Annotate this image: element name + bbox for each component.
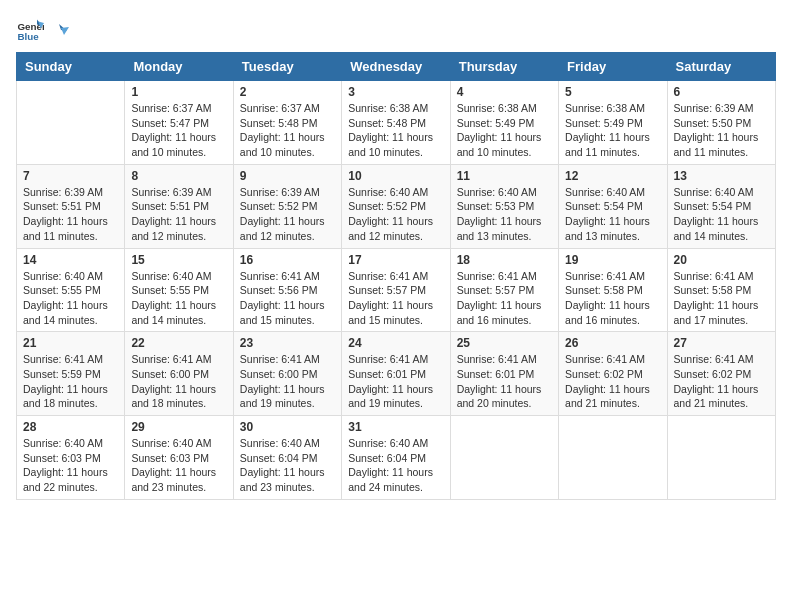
- calendar-cell: 12 Sunrise: 6:40 AM Sunset: 5:54 PM Dayl…: [559, 164, 667, 248]
- calendar-week-row: 7 Sunrise: 6:39 AM Sunset: 5:51 PM Dayli…: [17, 164, 776, 248]
- day-info: Sunrise: 6:41 AM Sunset: 5:57 PM Dayligh…: [348, 269, 443, 328]
- sunrise-text: Sunrise: 6:37 AM: [240, 101, 335, 116]
- sunrise-text: Sunrise: 6:38 AM: [457, 101, 552, 116]
- sunset-text: Sunset: 6:00 PM: [131, 367, 226, 382]
- day-number: 2: [240, 85, 335, 99]
- day-number: 6: [674, 85, 769, 99]
- day-number: 13: [674, 169, 769, 183]
- day-number: 12: [565, 169, 660, 183]
- daylight-text: Daylight: 11 hours and 14 minutes.: [674, 214, 769, 243]
- calendar-cell: 24 Sunrise: 6:41 AM Sunset: 6:01 PM Dayl…: [342, 332, 450, 416]
- sunrise-text: Sunrise: 6:41 AM: [240, 269, 335, 284]
- day-info: Sunrise: 6:39 AM Sunset: 5:52 PM Dayligh…: [240, 185, 335, 244]
- logo-icon: General Blue: [16, 16, 44, 44]
- sunrise-text: Sunrise: 6:40 AM: [565, 185, 660, 200]
- calendar-cell: [450, 416, 558, 500]
- daylight-text: Daylight: 11 hours and 19 minutes.: [240, 382, 335, 411]
- calendar-cell: 10 Sunrise: 6:40 AM Sunset: 5:52 PM Dayl…: [342, 164, 450, 248]
- day-number: 24: [348, 336, 443, 350]
- sunset-text: Sunset: 5:57 PM: [457, 283, 552, 298]
- daylight-text: Daylight: 11 hours and 18 minutes.: [131, 382, 226, 411]
- calendar-cell: [17, 81, 125, 165]
- day-info: Sunrise: 6:41 AM Sunset: 6:00 PM Dayligh…: [240, 352, 335, 411]
- day-info: Sunrise: 6:39 AM Sunset: 5:50 PM Dayligh…: [674, 101, 769, 160]
- sunrise-text: Sunrise: 6:40 AM: [131, 436, 226, 451]
- sunrise-text: Sunrise: 6:40 AM: [23, 269, 118, 284]
- daylight-text: Daylight: 11 hours and 10 minutes.: [131, 130, 226, 159]
- daylight-text: Daylight: 11 hours and 10 minutes.: [457, 130, 552, 159]
- calendar-cell: 16 Sunrise: 6:41 AM Sunset: 5:56 PM Dayl…: [233, 248, 341, 332]
- day-info: Sunrise: 6:40 AM Sunset: 5:55 PM Dayligh…: [23, 269, 118, 328]
- sunrise-text: Sunrise: 6:41 AM: [457, 269, 552, 284]
- svg-text:Blue: Blue: [17, 31, 39, 42]
- day-number: 26: [565, 336, 660, 350]
- day-info: Sunrise: 6:41 AM Sunset: 5:58 PM Dayligh…: [674, 269, 769, 328]
- day-info: Sunrise: 6:40 AM Sunset: 5:54 PM Dayligh…: [565, 185, 660, 244]
- sunrise-text: Sunrise: 6:38 AM: [565, 101, 660, 116]
- day-info: Sunrise: 6:39 AM Sunset: 5:51 PM Dayligh…: [23, 185, 118, 244]
- day-info: Sunrise: 6:41 AM Sunset: 5:58 PM Dayligh…: [565, 269, 660, 328]
- daylight-text: Daylight: 11 hours and 17 minutes.: [674, 298, 769, 327]
- daylight-text: Daylight: 11 hours and 11 minutes.: [23, 214, 118, 243]
- daylight-text: Daylight: 11 hours and 18 minutes.: [23, 382, 118, 411]
- calendar-cell: 30 Sunrise: 6:40 AM Sunset: 6:04 PM Dayl…: [233, 416, 341, 500]
- sunset-text: Sunset: 5:49 PM: [565, 116, 660, 131]
- day-header-saturday: Saturday: [667, 53, 775, 81]
- day-info: Sunrise: 6:40 AM Sunset: 6:03 PM Dayligh…: [23, 436, 118, 495]
- calendar-cell: 5 Sunrise: 6:38 AM Sunset: 5:49 PM Dayli…: [559, 81, 667, 165]
- daylight-text: Daylight: 11 hours and 14 minutes.: [23, 298, 118, 327]
- daylight-text: Daylight: 11 hours and 15 minutes.: [348, 298, 443, 327]
- day-number: 30: [240, 420, 335, 434]
- sunset-text: Sunset: 6:04 PM: [348, 451, 443, 466]
- sunrise-text: Sunrise: 6:39 AM: [240, 185, 335, 200]
- calendar-cell: 3 Sunrise: 6:38 AM Sunset: 5:48 PM Dayli…: [342, 81, 450, 165]
- day-header-thursday: Thursday: [450, 53, 558, 81]
- sunset-text: Sunset: 5:48 PM: [240, 116, 335, 131]
- calendar-cell: 29 Sunrise: 6:40 AM Sunset: 6:03 PM Dayl…: [125, 416, 233, 500]
- sunset-text: Sunset: 5:54 PM: [565, 199, 660, 214]
- day-info: Sunrise: 6:39 AM Sunset: 5:51 PM Dayligh…: [131, 185, 226, 244]
- day-info: Sunrise: 6:41 AM Sunset: 6:02 PM Dayligh…: [674, 352, 769, 411]
- calendar-cell: [559, 416, 667, 500]
- calendar-cell: 27 Sunrise: 6:41 AM Sunset: 6:02 PM Dayl…: [667, 332, 775, 416]
- calendar-cell: 11 Sunrise: 6:40 AM Sunset: 5:53 PM Dayl…: [450, 164, 558, 248]
- daylight-text: Daylight: 11 hours and 16 minutes.: [565, 298, 660, 327]
- daylight-text: Daylight: 11 hours and 15 minutes.: [240, 298, 335, 327]
- sunset-text: Sunset: 6:03 PM: [131, 451, 226, 466]
- day-number: 7: [23, 169, 118, 183]
- sunrise-text: Sunrise: 6:41 AM: [348, 352, 443, 367]
- day-number: 27: [674, 336, 769, 350]
- day-number: 22: [131, 336, 226, 350]
- day-info: Sunrise: 6:40 AM Sunset: 6:04 PM Dayligh…: [240, 436, 335, 495]
- sunrise-text: Sunrise: 6:38 AM: [348, 101, 443, 116]
- calendar-cell: 18 Sunrise: 6:41 AM Sunset: 5:57 PM Dayl…: [450, 248, 558, 332]
- calendar-cell: [667, 416, 775, 500]
- day-info: Sunrise: 6:37 AM Sunset: 5:48 PM Dayligh…: [240, 101, 335, 160]
- sunset-text: Sunset: 6:04 PM: [240, 451, 335, 466]
- sunrise-text: Sunrise: 6:41 AM: [565, 352, 660, 367]
- daylight-text: Daylight: 11 hours and 22 minutes.: [23, 465, 118, 494]
- daylight-text: Daylight: 11 hours and 10 minutes.: [348, 130, 443, 159]
- sunrise-text: Sunrise: 6:39 AM: [131, 185, 226, 200]
- sunrise-text: Sunrise: 6:39 AM: [674, 101, 769, 116]
- day-header-monday: Monday: [125, 53, 233, 81]
- day-info: Sunrise: 6:40 AM Sunset: 5:55 PM Dayligh…: [131, 269, 226, 328]
- sunrise-text: Sunrise: 6:40 AM: [348, 185, 443, 200]
- daylight-text: Daylight: 11 hours and 12 minutes.: [131, 214, 226, 243]
- logo-wordmark: [46, 21, 70, 39]
- day-info: Sunrise: 6:41 AM Sunset: 6:00 PM Dayligh…: [131, 352, 226, 411]
- day-info: Sunrise: 6:41 AM Sunset: 5:59 PM Dayligh…: [23, 352, 118, 411]
- sunset-text: Sunset: 5:52 PM: [240, 199, 335, 214]
- day-info: Sunrise: 6:38 AM Sunset: 5:49 PM Dayligh…: [565, 101, 660, 160]
- daylight-text: Daylight: 11 hours and 13 minutes.: [565, 214, 660, 243]
- daylight-text: Daylight: 11 hours and 13 minutes.: [457, 214, 552, 243]
- day-number: 31: [348, 420, 443, 434]
- sunset-text: Sunset: 5:49 PM: [457, 116, 552, 131]
- calendar-cell: 20 Sunrise: 6:41 AM Sunset: 5:58 PM Dayl…: [667, 248, 775, 332]
- logo: General Blue: [16, 16, 70, 44]
- header: General Blue: [16, 16, 776, 44]
- day-info: Sunrise: 6:40 AM Sunset: 6:03 PM Dayligh…: [131, 436, 226, 495]
- calendar-week-row: 28 Sunrise: 6:40 AM Sunset: 6:03 PM Dayl…: [17, 416, 776, 500]
- daylight-text: Daylight: 11 hours and 11 minutes.: [674, 130, 769, 159]
- sunrise-text: Sunrise: 6:40 AM: [240, 436, 335, 451]
